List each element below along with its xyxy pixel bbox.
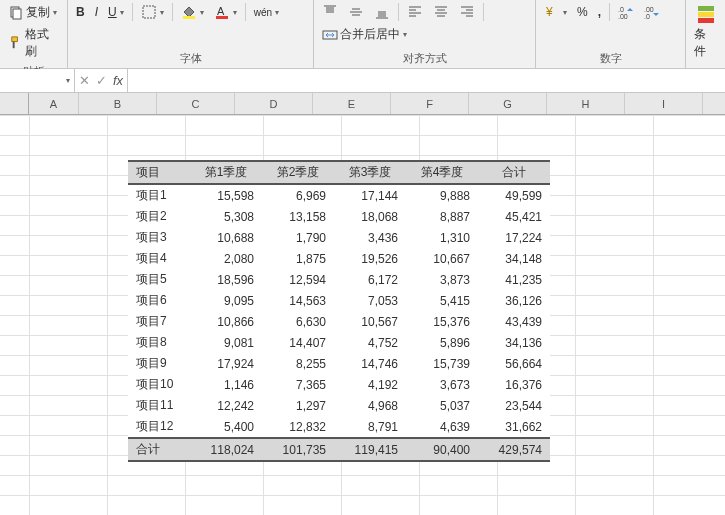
row-label[interactable]: 项目4 xyxy=(128,248,190,269)
italic-button[interactable]: I xyxy=(91,3,102,21)
row-label[interactable]: 项目10 xyxy=(128,374,190,395)
cell-value[interactable]: 5,037 xyxy=(406,395,478,416)
format-painter-button[interactable]: 格式刷 xyxy=(4,24,63,62)
cell-value[interactable]: 43,439 xyxy=(478,311,550,332)
cell-value[interactable]: 7,053 xyxy=(334,290,406,311)
cell-value[interactable]: 8,887 xyxy=(406,206,478,227)
align-top-button[interactable] xyxy=(318,2,342,22)
cell-value[interactable]: 4,752 xyxy=(334,332,406,353)
cell-value[interactable]: 5,415 xyxy=(406,290,478,311)
cell-value[interactable]: 1,790 xyxy=(262,227,334,248)
cell-value[interactable]: 14,563 xyxy=(262,290,334,311)
column-header[interactable]: D xyxy=(235,93,313,114)
cell-value[interactable]: 1,297 xyxy=(262,395,334,416)
sheet-grid[interactable]: 项目第1季度第2季度第3季度第4季度合计 项目115,5986,96917,14… xyxy=(0,115,725,515)
align-middle-button[interactable] xyxy=(344,2,368,22)
row-label[interactable]: 项目5 xyxy=(128,269,190,290)
row-label[interactable]: 项目2 xyxy=(128,206,190,227)
cell-value[interactable]: 17,924 xyxy=(190,353,262,374)
cell-value[interactable]: 4,639 xyxy=(406,416,478,438)
increase-decimal-button[interactable]: .0.00 xyxy=(614,2,638,22)
column-header[interactable]: C xyxy=(157,93,235,114)
cell-value[interactable]: 31,662 xyxy=(478,416,550,438)
cell-value[interactable]: 6,630 xyxy=(262,311,334,332)
cell-value[interactable]: 36,126 xyxy=(478,290,550,311)
cell-value[interactable]: 15,598 xyxy=(190,184,262,206)
cell-value[interactable]: 12,594 xyxy=(262,269,334,290)
align-center-button[interactable] xyxy=(429,2,453,22)
cell-value[interactable]: 23,544 xyxy=(478,395,550,416)
decrease-decimal-button[interactable]: .00.0 xyxy=(640,2,664,22)
phonetic-button[interactable]: wén▾ xyxy=(250,5,283,20)
row-label[interactable]: 项目8 xyxy=(128,332,190,353)
enter-icon[interactable]: ✓ xyxy=(96,73,107,88)
column-header[interactable]: B xyxy=(79,93,157,114)
fx-button[interactable]: fx xyxy=(113,73,123,88)
cell-value[interactable]: 9,081 xyxy=(190,332,262,353)
cell-value[interactable]: 14,746 xyxy=(334,353,406,374)
cell-value[interactable]: 2,080 xyxy=(190,248,262,269)
cell-value[interactable]: 8,255 xyxy=(262,353,334,374)
cell-value[interactable]: 10,688 xyxy=(190,227,262,248)
cell-value[interactable]: 16,376 xyxy=(478,374,550,395)
cell-value[interactable]: 45,421 xyxy=(478,206,550,227)
row-label[interactable]: 项目3 xyxy=(128,227,190,248)
cell-value[interactable]: 14,407 xyxy=(262,332,334,353)
row-label[interactable]: 项目6 xyxy=(128,290,190,311)
cell-value[interactable]: 10,567 xyxy=(334,311,406,332)
cell-value[interactable]: 10,667 xyxy=(406,248,478,269)
currency-button[interactable]: ¥▾ xyxy=(540,2,571,22)
comma-button[interactable]: , xyxy=(594,3,605,21)
font-color-button[interactable]: A▾ xyxy=(210,2,241,22)
cancel-icon[interactable]: ✕ xyxy=(79,73,90,88)
row-label[interactable]: 项目9 xyxy=(128,353,190,374)
column-header[interactable]: A xyxy=(29,93,79,114)
column-header[interactable]: I xyxy=(625,93,703,114)
border-button[interactable]: ▾ xyxy=(137,2,168,22)
cell-value[interactable]: 18,068 xyxy=(334,206,406,227)
column-header[interactable]: E xyxy=(313,93,391,114)
cell-value[interactable]: 17,224 xyxy=(478,227,550,248)
fill-color-button[interactable]: ▾ xyxy=(177,2,208,22)
column-header[interactable]: H xyxy=(547,93,625,114)
cell-value[interactable]: 9,888 xyxy=(406,184,478,206)
cell-value[interactable]: 7,365 xyxy=(262,374,334,395)
align-right-button[interactable] xyxy=(455,2,479,22)
cell-value[interactable]: 15,739 xyxy=(406,353,478,374)
cell-value[interactable]: 49,599 xyxy=(478,184,550,206)
bold-button[interactable]: B xyxy=(72,3,89,21)
align-left-button[interactable] xyxy=(403,2,427,22)
cell-value[interactable]: 6,172 xyxy=(334,269,406,290)
cell-value[interactable]: 9,095 xyxy=(190,290,262,311)
cell-value[interactable]: 19,526 xyxy=(334,248,406,269)
cell-value[interactable]: 18,596 xyxy=(190,269,262,290)
conditional-format-button[interactable]: 条件 xyxy=(690,2,721,62)
align-bottom-button[interactable] xyxy=(370,2,394,22)
cell-value[interactable]: 3,436 xyxy=(334,227,406,248)
cell-value[interactable]: 10,866 xyxy=(190,311,262,332)
name-box[interactable]: ▾ xyxy=(0,69,75,92)
row-label[interactable]: 项目1 xyxy=(128,184,190,206)
cell-value[interactable]: 4,968 xyxy=(334,395,406,416)
cell-value[interactable]: 5,308 xyxy=(190,206,262,227)
select-all-corner[interactable] xyxy=(0,93,29,114)
cell-value[interactable]: 13,158 xyxy=(262,206,334,227)
cell-value[interactable]: 1,875 xyxy=(262,248,334,269)
cell-value[interactable]: 3,873 xyxy=(406,269,478,290)
cell-value[interactable]: 8,791 xyxy=(334,416,406,438)
cell-value[interactable]: 34,136 xyxy=(478,332,550,353)
copy-button[interactable]: 复制 ▾ xyxy=(4,2,61,23)
cell-value[interactable]: 56,664 xyxy=(478,353,550,374)
cell-value[interactable]: 6,969 xyxy=(262,184,334,206)
cell-value[interactable]: 3,673 xyxy=(406,374,478,395)
underline-button[interactable]: U▾ xyxy=(104,3,128,21)
percent-button[interactable]: % xyxy=(573,3,592,21)
cell-value[interactable]: 34,148 xyxy=(478,248,550,269)
cell-value[interactable]: 5,400 xyxy=(190,416,262,438)
cell-value[interactable]: 1,146 xyxy=(190,374,262,395)
cell-value[interactable]: 1,310 xyxy=(406,227,478,248)
row-label[interactable]: 项目7 xyxy=(128,311,190,332)
cell-value[interactable]: 5,896 xyxy=(406,332,478,353)
column-header[interactable]: G xyxy=(469,93,547,114)
row-label[interactable]: 项目12 xyxy=(128,416,190,438)
